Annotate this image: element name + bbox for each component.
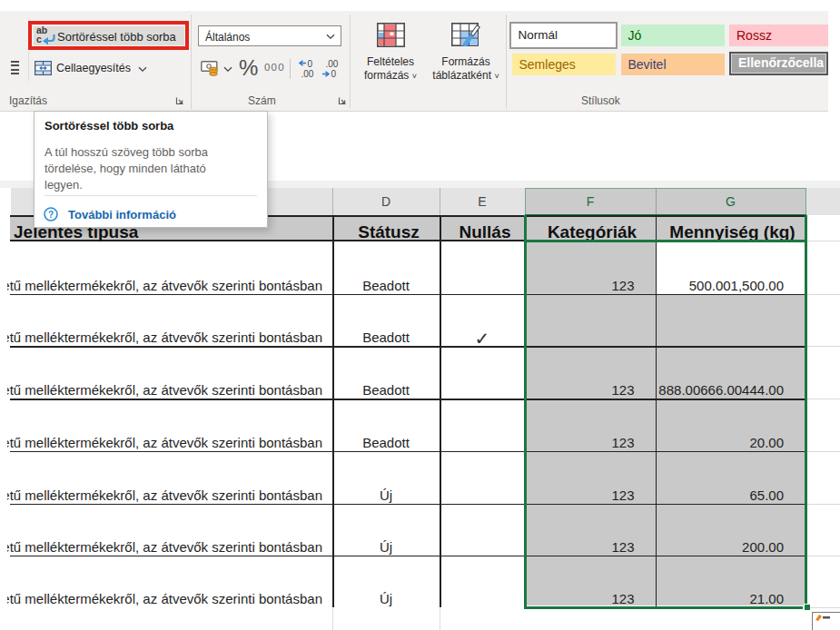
svg-text:0: 0	[308, 60, 313, 69]
svg-text:?: ?	[48, 210, 54, 220]
svg-text:.00: .00	[301, 68, 314, 78]
svg-text:0: 0	[331, 69, 337, 78]
svg-text:.00: .00	[326, 60, 339, 69]
